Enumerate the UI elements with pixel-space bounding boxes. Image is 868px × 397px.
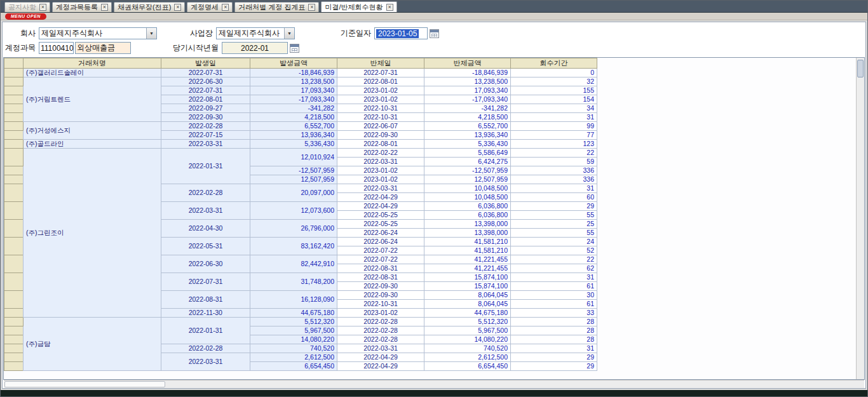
settlement-date-cell[interactable]: 2022-09-30 bbox=[337, 282, 424, 291]
tab-2[interactable]: 계정과목등록× bbox=[52, 2, 112, 12]
settlement-date-cell[interactable]: 2022-02-28 bbox=[337, 318, 424, 326]
settlement-amount-cell[interactable]: 15,874,100 bbox=[424, 273, 511, 282]
settlement-date-cell[interactable]: 2023-01-02 bbox=[337, 309, 424, 318]
settlement-date-cell[interactable]: 2022-09-30 bbox=[337, 131, 424, 140]
chevron-down-icon[interactable]: ▼ bbox=[146, 28, 156, 39]
customer-name-cell[interactable]: (주)골드라인 bbox=[24, 140, 161, 149]
occurrence-date-cell[interactable]: 2022-06-30 bbox=[161, 255, 250, 273]
tab-1[interactable]: 공지사항× bbox=[4, 2, 50, 12]
occurrence-date-cell[interactable]: 2022-07-31 bbox=[161, 86, 250, 95]
row-header-cell[interactable] bbox=[4, 69, 24, 77]
settlement-amount-cell[interactable]: 41,581,210 bbox=[424, 246, 511, 255]
collection-days-cell[interactable]: 61 bbox=[511, 282, 597, 291]
settlement-amount-cell[interactable]: 17,093,340 bbox=[424, 86, 511, 95]
tab-close-icon[interactable]: × bbox=[39, 4, 46, 11]
settlement-date-cell[interactable]: 2022-08-01 bbox=[337, 77, 424, 86]
occurrence-amount-cell[interactable]: 20,097,000 bbox=[250, 184, 337, 202]
collection-days-cell[interactable]: 55 bbox=[511, 229, 597, 238]
row-header-cell[interactable] bbox=[4, 113, 24, 122]
occurrence-amount-cell[interactable]: 83,162,420 bbox=[250, 238, 337, 255]
occurrence-amount-cell[interactable]: -341,282 bbox=[250, 104, 337, 113]
settlement-amount-cell[interactable]: 4,218,500 bbox=[424, 113, 511, 122]
collection-days-cell[interactable]: 55 bbox=[511, 211, 597, 220]
settlement-date-cell[interactable]: 2022-02-28 bbox=[337, 335, 424, 344]
occurrence-date-cell[interactable]: 2022-04-30 bbox=[161, 220, 250, 238]
collection-days-cell[interactable]: 29 bbox=[511, 202, 597, 211]
settlement-amount-cell[interactable]: 10,048,500 bbox=[424, 184, 511, 193]
settlement-amount-cell[interactable]: 2,612,500 bbox=[424, 353, 511, 362]
occurrence-amount-cell[interactable]: 17,093,340 bbox=[250, 86, 337, 95]
settlement-date-cell[interactable]: 2022-06-24 bbox=[337, 238, 424, 246]
row-header-cell[interactable] bbox=[4, 309, 24, 318]
occurrence-amount-cell[interactable]: 6,654,450 bbox=[250, 362, 337, 371]
settlement-amount-cell[interactable]: 8,064,045 bbox=[424, 300, 511, 309]
collection-days-cell[interactable]: 59 bbox=[511, 158, 597, 166]
occurrence-date-cell[interactable]: 2022-03-31 bbox=[161, 353, 250, 371]
occurrence-date-cell[interactable]: 2022-11-30 bbox=[161, 309, 250, 318]
row-header-cell[interactable] bbox=[4, 104, 24, 113]
collection-days-cell[interactable]: 28 bbox=[511, 318, 597, 326]
occurrence-amount-cell[interactable]: 5,512,320 bbox=[250, 318, 337, 326]
account-code-input[interactable]: 11100410 bbox=[39, 42, 74, 54]
settlement-amount-cell[interactable]: 5,967,500 bbox=[424, 326, 511, 335]
occurrence-amount-cell[interactable]: 14,080,220 bbox=[250, 335, 337, 344]
collection-days-cell[interactable]: 62 bbox=[511, 264, 597, 273]
settlement-amount-cell[interactable]: 13,398,000 bbox=[424, 229, 511, 238]
chevron-down-icon[interactable]: ▼ bbox=[284, 28, 294, 39]
tab-close-icon[interactable]: × bbox=[174, 4, 181, 11]
collection-days-cell[interactable]: 99 bbox=[511, 122, 597, 131]
settlement-amount-cell[interactable]: 10,048,500 bbox=[424, 193, 511, 202]
collection-days-cell[interactable]: 31 bbox=[511, 184, 597, 193]
settlement-date-cell[interactable]: 2023-01-02 bbox=[337, 175, 424, 184]
settlement-amount-cell[interactable]: 13,238,500 bbox=[424, 77, 511, 86]
row-header-cell[interactable] bbox=[4, 273, 24, 291]
tab-4[interactable]: 계정명세× bbox=[187, 2, 233, 12]
occurrence-date-cell[interactable]: 2022-07-15 bbox=[161, 131, 250, 140]
settlement-amount-cell[interactable]: 41,581,210 bbox=[424, 238, 511, 246]
horizontal-scrollbar[interactable] bbox=[4, 380, 864, 388]
occurrence-date-cell[interactable]: 2022-03-31 bbox=[161, 202, 250, 220]
collection-days-cell[interactable]: 22 bbox=[511, 255, 597, 264]
row-header-cell[interactable] bbox=[4, 140, 24, 149]
row-header-cell[interactable] bbox=[4, 184, 24, 202]
occurrence-amount-cell[interactable]: 12,010,924 bbox=[250, 149, 337, 166]
row-header-cell[interactable] bbox=[4, 344, 24, 353]
settlement-date-cell[interactable]: 2022-03-31 bbox=[337, 344, 424, 353]
row-header-cell[interactable] bbox=[4, 77, 24, 86]
row-header-cell[interactable] bbox=[4, 202, 24, 220]
occurrence-amount-cell[interactable]: 12,073,600 bbox=[250, 202, 337, 220]
site-select[interactable]: 제일제지주식회사 ▼ bbox=[216, 27, 295, 39]
occurrence-amount-cell[interactable]: 26,796,000 bbox=[250, 220, 337, 238]
settlement-date-cell[interactable]: 2022-04-29 bbox=[337, 362, 424, 371]
company-select[interactable]: 제일제지주식회사 ▼ bbox=[39, 27, 157, 39]
occurrence-date-cell[interactable]: 2022-09-30 bbox=[161, 113, 250, 122]
settlement-date-cell[interactable]: 2022-04-29 bbox=[337, 202, 424, 211]
row-header-cell[interactable] bbox=[4, 291, 24, 309]
settlement-amount-cell[interactable]: 6,424,275 bbox=[424, 158, 511, 166]
tab-5[interactable]: 거래처별 계정 집계표× bbox=[234, 2, 319, 12]
occurrence-amount-cell[interactable]: 31,748,200 bbox=[250, 273, 337, 291]
customer-name-cell[interactable]: (주)금담 bbox=[24, 318, 161, 371]
settlement-amount-cell[interactable]: 41,221,455 bbox=[424, 264, 511, 273]
settlement-amount-cell[interactable]: 6,036,800 bbox=[424, 202, 511, 211]
row-header-cell[interactable] bbox=[4, 255, 24, 273]
collection-days-cell[interactable]: 22 bbox=[511, 149, 597, 158]
occurrence-amount-cell[interactable]: 82,442,910 bbox=[250, 255, 337, 273]
settlement-amount-cell[interactable]: 14,080,220 bbox=[424, 335, 511, 344]
calendar-icon[interactable] bbox=[430, 29, 439, 38]
tab-close-icon[interactable]: × bbox=[386, 4, 393, 11]
tab-6[interactable]: 미결/반제회수현황× bbox=[321, 1, 397, 12]
collection-days-cell[interactable]: 34 bbox=[511, 104, 597, 113]
settlement-amount-cell[interactable]: -12,507,959 bbox=[424, 166, 511, 175]
settlement-date-cell[interactable]: 2022-07-31 bbox=[337, 69, 424, 77]
settlement-date-cell[interactable]: 2023-01-02 bbox=[337, 86, 424, 95]
settlement-date-cell[interactable]: 2022-04-29 bbox=[337, 193, 424, 202]
collection-days-cell[interactable]: 31 bbox=[511, 273, 597, 282]
settlement-date-cell[interactable]: 2022-02-28 bbox=[337, 326, 424, 335]
collection-days-cell[interactable]: 155 bbox=[511, 86, 597, 95]
occurrence-amount-cell[interactable]: 16,128,090 bbox=[250, 291, 337, 309]
customer-name-cell[interactable]: (주)갤러리드솔레이 bbox=[24, 69, 161, 77]
collection-days-cell[interactable]: 77 bbox=[511, 131, 597, 140]
settlement-amount-cell[interactable]: 5,512,320 bbox=[424, 318, 511, 326]
row-header-cell[interactable] bbox=[4, 238, 24, 255]
